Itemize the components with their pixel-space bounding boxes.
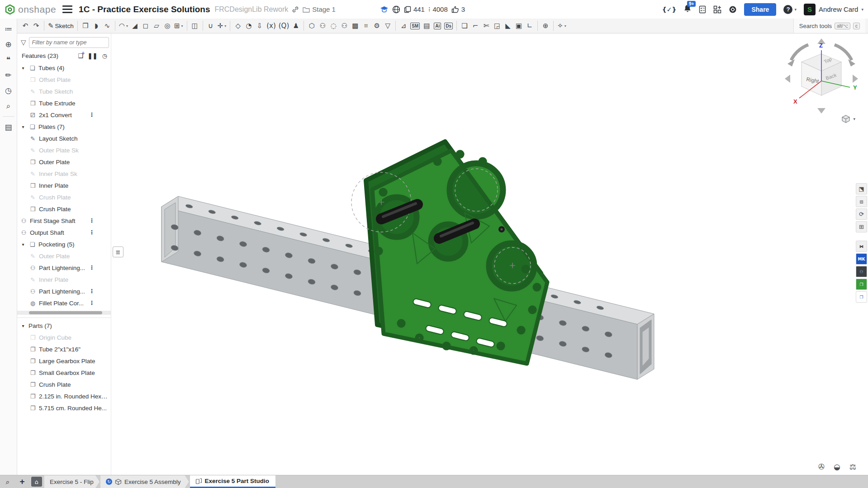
butterfly-app-icon[interactable]: ⋈	[856, 241, 867, 252]
feature-tree-item[interactable]: ▾ ❏ Pocketing (5) ⋮	[17, 238, 111, 250]
hamburger-menu-icon[interactable]	[62, 5, 72, 13]
tree-caret-icon[interactable]: ▾	[20, 66, 26, 71]
app-store-icon[interactable]	[713, 5, 721, 14]
tree-caret-icon[interactable]: ▾	[20, 124, 26, 129]
transform-icon[interactable]: ✛ ▾	[216, 20, 228, 32]
tree-caret-icon[interactable]: ▾	[20, 323, 26, 328]
appearance-icon[interactable]: ▩ ▾	[350, 20, 360, 32]
featurescript-check-icon[interactable]: {✓}	[662, 6, 677, 13]
sweep-icon[interactable]: ∿ ▾	[102, 20, 113, 32]
frame-icon[interactable]: ⌗ ▾	[360, 20, 371, 32]
filter-funnel-icon[interactable]: ▽	[21, 38, 26, 47]
boolean-icon[interactable]: ∪ ▾	[205, 20, 216, 32]
view-cube[interactable]: Top Right Back Z X Y	[781, 36, 862, 122]
extrude-icon[interactable]: ❒ ▾	[80, 20, 91, 32]
feature-menu-dots-icon[interactable]: ⋮	[89, 229, 95, 236]
robot-app-icon[interactable]: ⚇	[856, 266, 867, 277]
feature-tree-item[interactable]: ▾ ✎ Layout Sketch ⋮	[17, 133, 111, 144]
shell-icon[interactable]: ◻ ▾	[140, 20, 151, 32]
undo-icon[interactable]: ↶ ▾	[20, 20, 31, 32]
part-list-item[interactable]: ❐ Large Gearbox Plate	[17, 355, 111, 367]
protractor-icon[interactable]: ◒	[834, 462, 840, 471]
drawing-standard-icon[interactable]: Ds ▾	[443, 20, 454, 32]
graphics-viewport[interactable]: Top Right Back Z X Y ▾ ⬔ ⧈ ⟳	[112, 34, 868, 475]
revolve-icon[interactable]: ◗ ▾	[91, 20, 102, 32]
add-tab-button[interactable]: +	[15, 475, 29, 488]
mannequin-icon[interactable]: ♟ ▾	[290, 20, 301, 32]
features-list-icon[interactable]: ≔	[2, 22, 15, 36]
config-table-panel-icon[interactable]: ⊞	[856, 221, 867, 232]
trim-icon[interactable]: ✄ ▾	[481, 20, 492, 32]
route-icon[interactable]: ∟ ▾	[524, 20, 535, 32]
cube-rotate-panel-icon[interactable]: ⟳	[856, 208, 867, 220]
feature-tree-item[interactable]: ▾ ⚇ Part Lightening... ⋮	[17, 285, 111, 297]
search-tabs-icon[interactable]: ⌕	[0, 475, 15, 488]
sheet-metal-flat-icon[interactable]: ▤ ▾	[421, 20, 432, 32]
feature-tree-item[interactable]: ▾ ✎ Tube Sketch ⋮	[17, 85, 111, 97]
tab-exercise5-assembly[interactable]: ↻ Exercise 5 Assembly	[100, 475, 189, 488]
sketch-button[interactable]: ✎ Sketch ▾	[47, 20, 75, 32]
part-list-item[interactable]: ❐ Crush Plate	[17, 379, 111, 390]
features-flyout-handle[interactable]: ≣	[113, 246, 123, 257]
copies-stat[interactable]: 441	[404, 5, 425, 13]
featurescript-search-icon[interactable]: ⌕	[2, 99, 15, 113]
mass-properties-icon[interactable]: ⚖	[849, 462, 856, 471]
checklist-icon[interactable]: ▤	[2, 120, 15, 134]
home-tab-button[interactable]: ⌂	[29, 475, 44, 488]
display-cube-panel-icon[interactable]: ⧈	[856, 196, 867, 207]
feature-tree-item[interactable]: ▾ ✎ Crush Plate ⋮	[17, 191, 111, 203]
feature-menu-dots-icon[interactable]: ⋮	[89, 300, 95, 306]
feature-menu-dots-icon[interactable]: ⋮	[89, 265, 95, 271]
callout-icon[interactable]: ◌ ▾	[328, 20, 339, 32]
new-folder-icon[interactable]: ❏+	[78, 52, 83, 59]
view-options-button[interactable]: ▾	[841, 114, 855, 123]
import-icon[interactable]: ⇩ ▾	[254, 20, 265, 32]
custom-feature2-icon[interactable]: ⚇ ▾	[339, 20, 350, 32]
parts-header-row[interactable]: ▾ Parts (7)	[17, 320, 111, 332]
tree-hscrollbar[interactable]	[29, 311, 102, 314]
variable-studio-icon[interactable]: (Q) ▾	[277, 20, 291, 32]
feature-tree-item[interactable]: ▾ ✎ Outer Plate Sk ⋮	[17, 144, 111, 156]
public-globe-icon[interactable]	[392, 5, 400, 14]
tab-exercise5-part-studio[interactable]: Exercise 5 Part Studio	[190, 475, 276, 488]
tree-caret-icon[interactable]: ▾	[20, 242, 26, 247]
custom-feature-icon[interactable]: ⚇ ▾	[317, 20, 328, 32]
feature-tree-item[interactable]: ▾ ❏ Plates (7) ⋮	[17, 121, 111, 133]
history-icon[interactable]: ◷	[2, 84, 15, 97]
ai-assistant-icon[interactable]	[729, 5, 737, 14]
derived-part-icon[interactable]: ❏ ▾	[459, 20, 470, 32]
comments-icon[interactable]: ❝	[2, 53, 15, 66]
feature-menu-dots-icon[interactable]: ⋮	[89, 112, 95, 118]
redo-icon[interactable]: ↷ ▾	[31, 20, 42, 32]
plane-icon[interactable]: ◇ ▾	[232, 20, 243, 32]
mate-connector-icon[interactable]: ⬡ ▾	[306, 20, 317, 32]
simulation-icon[interactable]: ✧ ▾	[556, 20, 568, 32]
onshape-logo[interactable]: onshape	[5, 4, 56, 15]
share-button[interactable]: Share	[744, 3, 776, 16]
feature-tree-item[interactable]: ▾ ❒ Tube Extrude ⋮	[17, 97, 111, 109]
part-list-item[interactable]: ❐ 2.125 in. Rounded Hex ...	[17, 390, 111, 402]
likes-stat[interactable]: 3	[451, 5, 465, 13]
versions-stat[interactable]: ⁝ 4008	[428, 5, 448, 13]
help-menu[interactable]: ? ▾	[783, 5, 797, 14]
blue-manual-app-icon[interactable]: ❐	[856, 291, 867, 303]
learning-center-icon[interactable]	[380, 6, 389, 13]
corner-icon[interactable]: ◲ ▾	[492, 20, 503, 32]
green-manual-app-icon[interactable]: ❐	[856, 279, 867, 290]
feature-tree-item[interactable]: ▾ ❏ Tubes (4) ⋮	[17, 62, 111, 74]
gear-feature-icon[interactable]: ⚙ ▾	[371, 20, 382, 32]
feature-menu-dots-icon[interactable]: ⋮	[89, 218, 95, 224]
feature-tree-item[interactable]: ▾ ⚇ First Stage Shaft ⋮	[17, 215, 111, 227]
part-list-item[interactable]: ❐ Small Gearbox Plate	[17, 367, 111, 379]
user-menu[interactable]: S Andrew Card ▾	[804, 4, 863, 15]
mirror-icon[interactable]: ◫ ▾	[190, 20, 200, 32]
tasks-icon[interactable]	[699, 5, 706, 14]
draft-icon[interactable]: ▱ ▾	[151, 20, 162, 32]
feature-tree-item[interactable]: ▾ ⚇ Part Lightening... ⋮	[17, 262, 111, 274]
suppress-pause-icon[interactable]: ❚❚	[88, 52, 98, 59]
part-list-item[interactable]: ❐ Origin Cube	[17, 332, 111, 343]
pattern-icon[interactable]: ⊞ ▾	[173, 20, 185, 32]
feature-tree-item[interactable]: ▾ ❒ Inner Plate ⋮	[17, 180, 111, 191]
feature-tree-item[interactable]: ▾ ✎ Outer Plate ⋮	[17, 250, 111, 262]
tab-exercise5-flip[interactable]: Exercise 5 - Flip	[44, 475, 100, 488]
